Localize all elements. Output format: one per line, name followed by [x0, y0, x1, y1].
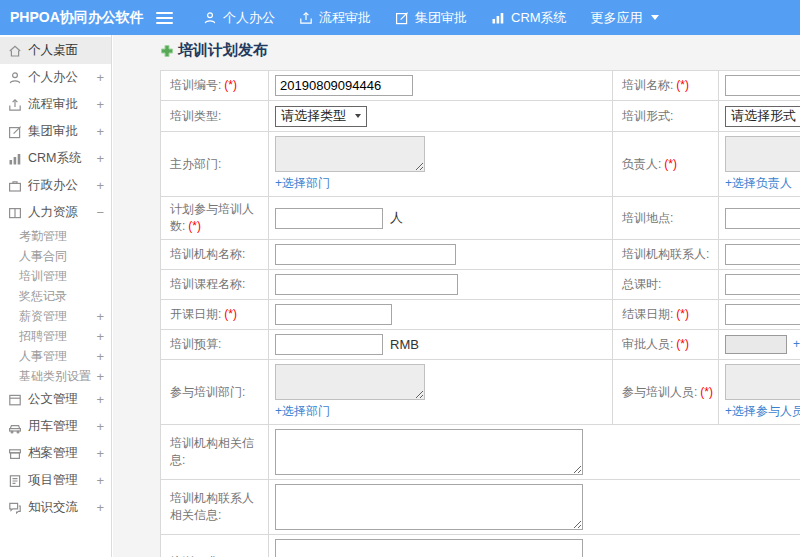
sidebar-item-projects[interactable]: 项目管理 + [0, 467, 111, 494]
expand-plus-icon[interactable]: + [96, 124, 104, 139]
expand-plus-icon[interactable]: + [96, 369, 104, 384]
sidebar-item-personal-desktop[interactable]: 个人桌面 [0, 37, 111, 64]
sidebar-item-vehicle[interactable]: 用车管理 + [0, 413, 111, 440]
sidebar-subitem-recruitment[interactable]: 招聘管理 + [0, 326, 111, 346]
sidebar-item-personal-office[interactable]: 个人办公 + [0, 64, 111, 91]
flow-icon [299, 11, 313, 25]
sidebar-item-hr[interactable]: 人力资源 − [0, 199, 111, 226]
choose-approver-link[interactable]: +选择审批人员 [793, 337, 800, 351]
sidebar-subitem-attendance[interactable]: 考勤管理 [0, 226, 111, 246]
org-name-input[interactable] [275, 244, 456, 265]
form-row: 开课日期:(*) 结课日期:(*) [161, 300, 800, 330]
expand-plus-icon[interactable]: + [96, 151, 104, 166]
sidebar-item-documents[interactable]: 公文管理 + [0, 386, 111, 413]
end-date-input[interactable] [725, 304, 800, 325]
training-form-select[interactable]: 请选择形式 [725, 106, 800, 127]
choose-department-link[interactable]: +选择部门 [275, 403, 330, 420]
expand-plus-icon[interactable]: + [96, 419, 104, 434]
hamburger-menu-icon[interactable] [156, 12, 173, 24]
sidebar-item-label: 奖惩记录 [19, 288, 67, 305]
nav-label: 流程审批 [319, 9, 371, 27]
expand-plus-icon[interactable]: + [96, 500, 104, 515]
nav-more-apps[interactable]: 更多应用 [591, 9, 659, 27]
sidebar-item-crm[interactable]: CRM系统 + [0, 145, 111, 172]
sidebar-subitem-hr-contract[interactable]: 人事合同 [0, 246, 111, 266]
page-title: 培训计划发布 [160, 41, 800, 60]
sidebar-item-knowledge[interactable]: 知识交流 + [0, 494, 111, 521]
training-type-select[interactable]: 请选择类型 [275, 106, 367, 127]
expand-plus-icon[interactable]: + [96, 349, 104, 364]
approver-box[interactable] [725, 335, 787, 354]
required-marker: (*) [224, 307, 237, 321]
choose-department-link[interactable]: +选择部门 [275, 175, 330, 192]
start-date-input[interactable] [275, 304, 392, 325]
host-department-box[interactable] [275, 136, 425, 172]
sidebar-item-label: 行政办公 [28, 177, 78, 194]
leader-box[interactable] [725, 136, 800, 172]
nav-label: 个人办公 [223, 9, 275, 27]
currency-suffix: RMB [390, 337, 419, 352]
total-hours-input[interactable] [725, 274, 800, 295]
expand-plus-icon[interactable]: + [96, 473, 104, 488]
nav-group-approval[interactable]: 集团审批 [395, 9, 467, 27]
participating-departments-box[interactable] [275, 364, 425, 400]
expand-plus-icon[interactable]: + [96, 329, 104, 344]
form-row: 培训机构联系人相关信息: [161, 480, 800, 535]
field-label: 培训要求: [161, 535, 269, 557]
choose-leader-link[interactable]: +选择负责人 [725, 175, 792, 192]
field-label: 培训预算: [161, 330, 269, 360]
nav-crm-system[interactable]: CRM系统 [491, 9, 567, 27]
participants-box[interactable] [725, 364, 800, 400]
required-marker: (*) [676, 307, 689, 321]
planned-participants-input[interactable] [275, 208, 383, 229]
training-id-input[interactable] [275, 75, 413, 96]
sidebar-item-group-approval[interactable]: 集团审批 + [0, 118, 111, 145]
form-row: 主办部门: +选择部门 负责人:(*) +选择负责人 [161, 132, 800, 197]
org-contact-info-textarea[interactable] [275, 484, 583, 530]
sidebar-item-archives[interactable]: 档案管理 + [0, 440, 111, 467]
briefcase-icon [8, 179, 22, 193]
sidebar-subitem-personnel[interactable]: 人事管理 + [0, 346, 111, 366]
sidebar-item-label: 集团审批 [28, 123, 78, 140]
training-location-input[interactable] [725, 208, 800, 229]
nav-label: CRM系统 [511, 9, 567, 27]
expand-plus-icon[interactable]: + [96, 178, 104, 193]
field-label: 培训课程名称: [161, 270, 269, 300]
sidebar-item-label: 考勤管理 [19, 228, 67, 245]
choose-participants-link[interactable]: +选择参与人员 [725, 403, 800, 420]
sidebar-subitem-training[interactable]: 培训管理 [0, 266, 111, 286]
expand-plus-icon[interactable]: + [96, 70, 104, 85]
sidebar-item-label: 知识交流 [28, 499, 78, 516]
caret-down-icon [651, 15, 659, 20]
field-label: 负责人:(*) [613, 132, 719, 197]
expand-plus-icon[interactable]: + [96, 446, 104, 461]
caret-down-icon [355, 114, 361, 118]
expand-plus-icon[interactable]: + [96, 97, 104, 112]
sidebar-item-flow-approval[interactable]: 流程审批 + [0, 91, 111, 118]
flow-icon [8, 98, 22, 112]
expand-plus-icon[interactable]: + [96, 392, 104, 407]
sidebar-item-label: 人力资源 [28, 204, 78, 221]
collapse-minus-icon[interactable]: − [96, 205, 104, 220]
sidebar-item-label: 个人办公 [28, 69, 78, 86]
training-name-input[interactable] [725, 75, 800, 96]
expand-plus-icon[interactable]: + [96, 309, 104, 324]
topbar: PHPOA协同办公软件 个人办公 流程审批 集团审批 CRM系统 更多应用 [0, 0, 800, 35]
sidebar-subitem-rewards[interactable]: 奖惩记录 [0, 286, 111, 306]
org-contact-input[interactable] [725, 244, 800, 265]
sidebar-subitem-salary[interactable]: 薪资管理 + [0, 306, 111, 326]
nav-flow-approval[interactable]: 流程审批 [299, 9, 371, 27]
user-icon [203, 11, 217, 25]
nav-personal-office[interactable]: 个人办公 [203, 9, 275, 27]
edit-icon [395, 11, 409, 25]
sidebar-subitem-basic-category[interactable]: 基础类别设置 + [0, 366, 111, 386]
field-label: 审批人员:(*) [613, 330, 719, 360]
training-requirements-textarea[interactable] [275, 539, 583, 557]
budget-input[interactable] [275, 334, 383, 355]
sidebar-item-admin-office[interactable]: 行政办公 + [0, 172, 111, 199]
sidebar-item-label: 项目管理 [28, 472, 78, 489]
sidebar-item-label: 培训管理 [19, 268, 67, 285]
org-info-textarea[interactable] [275, 429, 583, 475]
field-label: 培训形式: [613, 101, 719, 132]
course-name-input[interactable] [275, 274, 458, 295]
